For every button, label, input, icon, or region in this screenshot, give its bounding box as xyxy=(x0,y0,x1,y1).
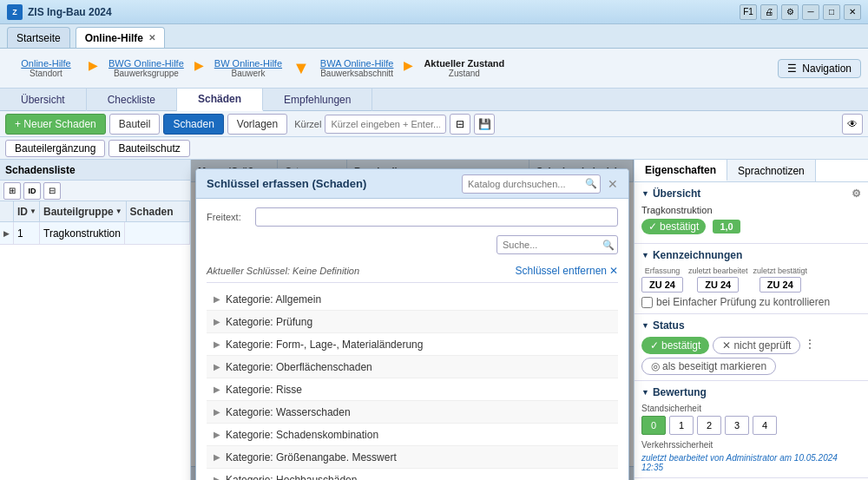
standsicherheit-scale: 0 1 2 3 4 xyxy=(641,416,861,435)
maximize-btn[interactable]: □ xyxy=(823,4,840,20)
th-id[interactable]: ID ▼ xyxy=(14,201,40,221)
catalog-search-input[interactable] xyxy=(462,174,601,194)
modal-title-bar: Schlüssel erfassen (Schaden) 🔍 ✕ xyxy=(196,169,628,199)
print-btn[interactable]: 🖨 xyxy=(760,4,778,20)
minimize-btn[interactable]: ─ xyxy=(802,4,819,20)
section-tab-uebersicht[interactable]: Übersicht xyxy=(0,89,87,111)
window-controls: F1 🖨 ⚙ ─ □ ✕ xyxy=(740,4,861,20)
kuerzel-input[interactable] xyxy=(325,115,446,134)
right-panel: Eigenschaften Sprachnotizen ▼ Übersicht … xyxy=(634,160,868,480)
bc-item-2[interactable]: BW Online-Hilfe Bauwerk xyxy=(207,56,289,80)
filter-icon[interactable]: ⊟ xyxy=(450,114,470,135)
settings-btn[interactable]: ⚙ xyxy=(781,4,799,20)
rp-tab-eigenschaften[interactable]: Eigenschaften xyxy=(635,160,727,181)
th-schaden: Schaden xyxy=(127,201,190,221)
status-nicht-geprueft-btn[interactable]: ✕ nicht geprüft xyxy=(713,337,800,354)
tab-close-icon[interactable]: ✕ xyxy=(148,33,155,43)
bc-arrow-1: ▶ xyxy=(194,58,204,79)
cat-item-6[interactable]: ▶ Kategorie: Schadenskombination xyxy=(207,424,618,446)
status-bestaetigt-btn[interactable]: ✓ bestätigt xyxy=(641,337,709,354)
sub-toolbar: Bauteilergänzung Bauteilschutz xyxy=(0,137,868,160)
freitext-input[interactable] xyxy=(255,207,618,227)
uebersicht-gear-icon[interactable]: ⚙ xyxy=(852,187,861,200)
title-bar: Z ZIS Ing-Bau 2024 F1 🖨 ⚙ ─ □ ✕ xyxy=(0,0,868,24)
cat-arrow-8: ▶ xyxy=(214,475,220,480)
cat-arrow-2: ▶ xyxy=(214,339,220,349)
cat-item-8[interactable]: ▶ Kategorie: Hochbauschäden xyxy=(207,469,618,480)
td-gruppe: Tragkonstruktion xyxy=(40,222,125,244)
scale-btn-0[interactable]: 0 xyxy=(641,416,666,435)
cat-item-4[interactable]: ▶ Kategorie: Risse xyxy=(207,378,618,401)
remove-key-button[interactable]: Schlüssel entfernen ✕ xyxy=(516,265,618,277)
status-more-icon[interactable]: ⋮ xyxy=(804,337,816,354)
cat-item-1[interactable]: ▶ Kategorie: Prüfung xyxy=(207,311,618,333)
tab-startseite[interactable]: Startseite xyxy=(7,27,70,48)
rp-bewertung-title: ▼ Bewertung xyxy=(641,386,861,398)
verkehrssicherheit-label: Verkehrssicherheit xyxy=(641,440,861,450)
cat-arrow-5: ▶ xyxy=(214,407,220,417)
cat-item-2[interactable]: ▶ Kategorie: Form-, Lage-, Materialänder… xyxy=(207,333,618,356)
bc-item-3[interactable]: BWA Online-Hilfe Bauwerksabschnitt xyxy=(313,56,401,80)
standsicherheit-label: Standsicherheit xyxy=(641,404,861,413)
bc-item-1[interactable]: BWG Online-Hilfe Bauwerksgruppe xyxy=(102,56,191,80)
cat-item-3[interactable]: ▶ Kategorie: Oberflächenschaden xyxy=(207,356,618,378)
bauteil-button[interactable]: Bauteil xyxy=(109,114,161,135)
close-btn[interactable]: ✕ xyxy=(844,4,861,20)
rp-status-title: ▼ Status xyxy=(641,319,861,332)
eye-icon[interactable]: 👁 xyxy=(842,114,863,135)
check-circle-icon: ✓ xyxy=(650,339,659,352)
pruefung-checkbox[interactable] xyxy=(641,297,653,308)
remove-key-icon: ✕ xyxy=(609,265,618,277)
section-tab-schaeden[interactable]: Schäden xyxy=(177,89,263,111)
cat-item-5[interactable]: ▶ Kategorie: Wasserschaden xyxy=(207,401,618,424)
bc-main-2: BW Online-Hilfe xyxy=(214,58,282,69)
scale-btn-1[interactable]: 1 xyxy=(669,416,694,435)
scale-btn-4[interactable]: 4 xyxy=(753,416,777,435)
cat-item-0[interactable]: ▶ Kategorie: Allgemein xyxy=(207,288,618,311)
tab-bar: Startseite Online-Hilfe ✕ xyxy=(0,24,868,49)
bauteilschutz-button[interactable]: Bauteilschutz xyxy=(108,140,189,157)
modal-close-icon[interactable]: ✕ xyxy=(608,177,618,191)
navigation-button[interactable]: ☰ Navigation xyxy=(778,59,861,78)
rp-uebersicht-section: ▼ Übersicht ⚙ Tragkonstruktion ✓ bestäti… xyxy=(635,182,868,244)
cat-item-7[interactable]: ▶ Kategorie: Größenangabe. Messwert xyxy=(207,446,618,469)
kenn-chevron: ▼ xyxy=(641,251,649,260)
nav-label: Navigation xyxy=(802,62,852,75)
f1-btn[interactable]: F1 xyxy=(740,4,757,20)
schaden-button[interactable]: Schaden xyxy=(163,114,223,135)
als-beseitigt-button[interactable]: ◎ als beseitigt markieren xyxy=(641,358,776,375)
bc-main-3: BWA Online-Hilfe xyxy=(320,58,394,69)
cat-arrow-3: ▶ xyxy=(214,362,220,372)
table-row[interactable]: ▶ 1 Tragkonstruktion xyxy=(0,222,190,245)
th-gruppe[interactable]: Bauteilgruppe ▼ xyxy=(40,201,127,221)
td-schaden xyxy=(125,222,190,244)
th-expand xyxy=(0,201,14,221)
bc-sub-1: Bauwerksgruppe xyxy=(114,69,179,78)
bauteilergaenzung-button[interactable]: Bauteilergänzung xyxy=(5,140,105,157)
filter-list-btn[interactable]: ⊟ xyxy=(43,182,61,200)
section-tab-empfehlungen[interactable]: Empfehlungen xyxy=(263,89,372,111)
uebersicht-status-row: ✓ bestätigt 1,0 xyxy=(641,219,861,234)
rp-bewertung-section: ▼ Bewertung Standsicherheit 0 1 2 3 4 Ve… xyxy=(635,381,868,478)
add-row-btn[interactable]: ⊞ xyxy=(3,182,21,200)
rp-tabs: Eigenschaften Sprachnotizen xyxy=(635,160,868,182)
bewertung-chevron: ▼ xyxy=(641,388,649,397)
vorlagen-button[interactable]: Vorlagen xyxy=(227,114,287,135)
modal-search-input[interactable] xyxy=(496,235,618,254)
kz-col-1: zuletzt bearbeitet ZU 24 xyxy=(688,266,748,293)
scale-btn-2[interactable]: 2 xyxy=(697,416,721,435)
bc-main-4: Aktueller Zustand xyxy=(424,58,504,69)
bc-arrow-0: ▶ xyxy=(89,58,98,79)
id-btn[interactable]: ID xyxy=(23,182,41,200)
bc-item-0[interactable]: Online-Hilfe Standort xyxy=(7,56,85,80)
tab-online-hilfe[interactable]: Online-Hilfe ✕ xyxy=(76,27,165,48)
bc-item-4[interactable]: Aktueller Zustand Zustand xyxy=(417,56,511,80)
bc-sub-4: Zustand xyxy=(449,69,480,78)
scale-btn-3[interactable]: 3 xyxy=(725,416,749,435)
new-damage-button[interactable]: + Neuer Schaden xyxy=(5,114,106,135)
left-panel: Schadensliste ⊞ ID ⊟ ID ▼ Bauteilgruppe … xyxy=(0,160,191,480)
save-icon[interactable]: 💾 xyxy=(474,114,495,135)
app-title: ZIS Ing-Bau 2024 xyxy=(28,6,112,18)
rp-tab-sprachnotizen[interactable]: Sprachnotizen xyxy=(727,160,816,181)
section-tab-checkliste[interactable]: Checkliste xyxy=(87,89,177,111)
